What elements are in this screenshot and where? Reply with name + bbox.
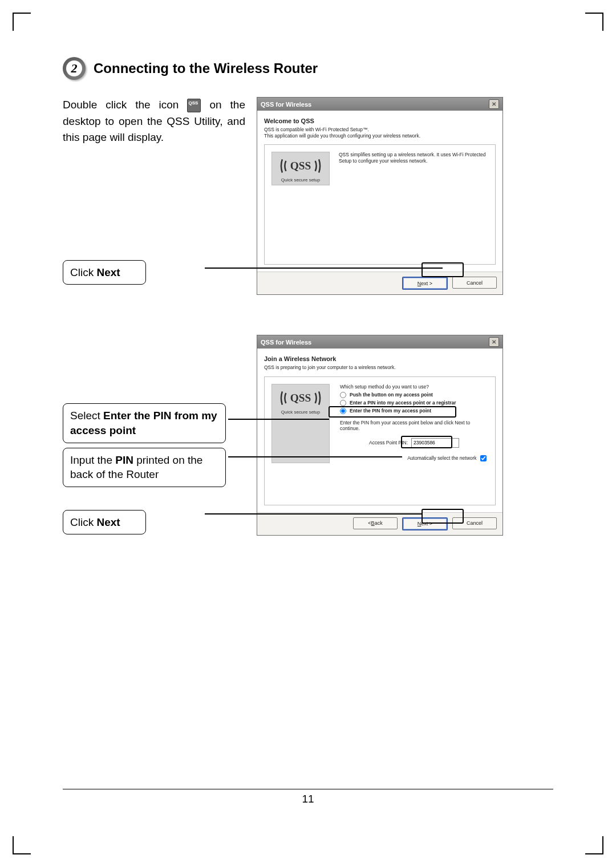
window-title: QSS for Wireless: [261, 339, 311, 346]
next-button[interactable]: Next >: [402, 277, 448, 290]
window-subtext: QSS is preparing to join your computer t…: [264, 364, 496, 371]
qss-logo-icon: QSS: [278, 156, 323, 176]
subtext-line: QSS is compatible with Wi-Fi Protected S…: [264, 127, 369, 132]
window-panel: QSS Quick secure setup QSS simplifies se…: [264, 144, 496, 265]
window-titlebar: QSS for Wireless ✕: [257, 98, 502, 111]
qss-caption: Quick secure setup: [281, 177, 320, 183]
page-content: 2 Connecting to the Wireless Router Doub…: [63, 57, 553, 810]
cancel-button[interactable]: Cancel: [452, 277, 497, 289]
radio-input[interactable]: [340, 400, 346, 406]
setup-question: Which setup method do you want to use?: [340, 384, 488, 390]
auto-select-row: Automatically select the network: [340, 453, 488, 463]
window-button-row: < Back Next > Cancel: [257, 512, 502, 535]
subtext-line: This application will guide you through …: [264, 133, 420, 139]
callout-text: Click: [70, 516, 96, 528]
auto-select-label: Automatically select the network: [407, 455, 476, 461]
step-number: 2: [66, 60, 82, 76]
callout-text: Select: [70, 410, 103, 422]
radio-push-button[interactable]: Push the button on my access point: [340, 392, 488, 398]
window-panel: QSS Quick secure setup Which setup metho…: [264, 376, 496, 505]
highlight-pin-input: [401, 436, 452, 448]
close-icon[interactable]: ✕: [489, 99, 499, 109]
window-subtext: QSS is compatible with Wi-Fi Protected S…: [264, 127, 496, 139]
window-qss-welcome: QSS for Wireless ✕ Welcome to QSS QSS is…: [257, 97, 503, 295]
connector-line: [205, 268, 443, 269]
back-button[interactable]: < Back: [353, 517, 398, 529]
opt-label: nter a PIN into my access point or a reg…: [353, 400, 456, 406]
highlight-next-1: [422, 262, 464, 277]
section-header: 2 Connecting to the Wireless Router: [63, 57, 553, 80]
qss-caption: Quick secure setup: [281, 410, 320, 415]
highlight-next-2: [422, 509, 464, 524]
callout-text: Input the: [70, 454, 115, 466]
page-number: 11: [63, 793, 553, 805]
qss-logo-icon: QSS: [278, 388, 323, 408]
callout-select-pin: Select Enter the PIN from my access poin…: [63, 403, 226, 443]
intro-pre: Double click the icon: [63, 99, 187, 111]
auto-select-checkbox[interactable]: [480, 455, 487, 461]
window-heading: Join a Wireless Network: [264, 355, 496, 362]
section-title: Connecting to the Wireless Router: [94, 60, 318, 76]
callout-click-next-1: Click Next: [63, 260, 146, 285]
crop-mark: [13, 836, 31, 854]
radio-input[interactable]: [340, 392, 346, 398]
highlight-option3: [329, 406, 456, 418]
callout-bold: Next: [96, 266, 120, 278]
callout-bold: PIN: [115, 454, 133, 466]
radio-enter-pin-into-ap[interactable]: Enter a PIN into my access point or a re…: [340, 400, 488, 406]
panel-description: QSS simplifies setting up a wireless net…: [339, 152, 489, 164]
opt-label: ush the button on my access point: [353, 392, 433, 398]
btn-label: ext >: [421, 281, 432, 286]
svg-text:QSS: QSS: [290, 160, 311, 172]
window-titlebar: QSS for Wireless ✕: [257, 335, 502, 349]
crop-mark: [13, 13, 31, 31]
crop-mark: [585, 836, 603, 854]
intro-text: Double click the icon on the desktop to …: [63, 97, 245, 146]
qss-logo-block: QSS Quick secure setup: [271, 384, 330, 463]
window-button-row: Next > Cancel: [257, 272, 502, 294]
callout-bold: Next: [96, 516, 120, 528]
connector-line: [228, 419, 329, 420]
window-qss-join: QSS for Wireless ✕ Join a Wireless Netwo…: [257, 335, 503, 536]
footer-rule: [63, 789, 553, 789]
callout-click-next-2: Click Next: [63, 510, 146, 535]
crop-mark: [585, 13, 603, 31]
callout-text: Click: [70, 266, 96, 278]
svg-text:QSS: QSS: [290, 392, 311, 404]
step-number-badge: 2: [63, 57, 86, 80]
connector-line: [228, 456, 402, 457]
window-title: QSS for Wireless: [261, 101, 311, 108]
connector-line: [205, 513, 423, 514]
window-heading: Welcome to QSS: [264, 118, 496, 124]
qss-desktop-icon: [187, 99, 201, 112]
close-icon[interactable]: ✕: [489, 337, 499, 347]
callout-input-pin: Input the PIN printed on the back of the…: [63, 448, 226, 487]
qss-logo-block: QSS Quick secure setup: [271, 152, 330, 185]
pin-hint: Enter the PIN from your access point bel…: [340, 420, 488, 431]
